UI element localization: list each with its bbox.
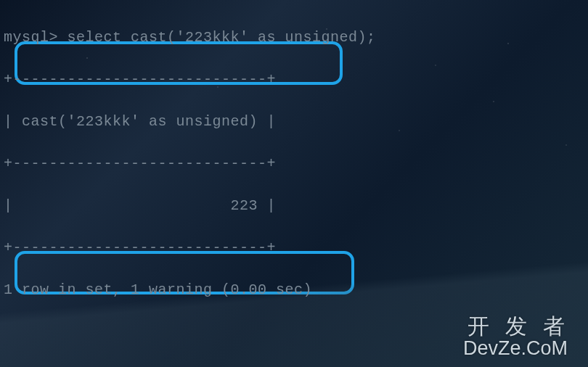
table-border: +----------------------------+ [4, 237, 584, 258]
table-result-row-1: | 223 | [4, 195, 584, 216]
result-summary-1: 1 row in set, 1 warning (0.00 sec) [4, 279, 584, 300]
terminal-output: mysql> select cast('223kkk' as unsigned)… [4, 6, 584, 367]
table-border: +----------------------------+ [4, 153, 584, 174]
table-header-1: | cast('223kkk' as unsigned) | [4, 111, 584, 132]
watermark-line2: DevZe.CoM [463, 338, 581, 358]
table-border: +----------------------------+ [4, 69, 584, 90]
sql-command-1: select cast('223kkk' as unsigned); [68, 29, 376, 46]
watermark: 开发者 DevZe.CoM [463, 315, 581, 358]
mysql-prompt: mysql> [4, 29, 68, 46]
watermark-line1: 开发者 [463, 315, 581, 338]
